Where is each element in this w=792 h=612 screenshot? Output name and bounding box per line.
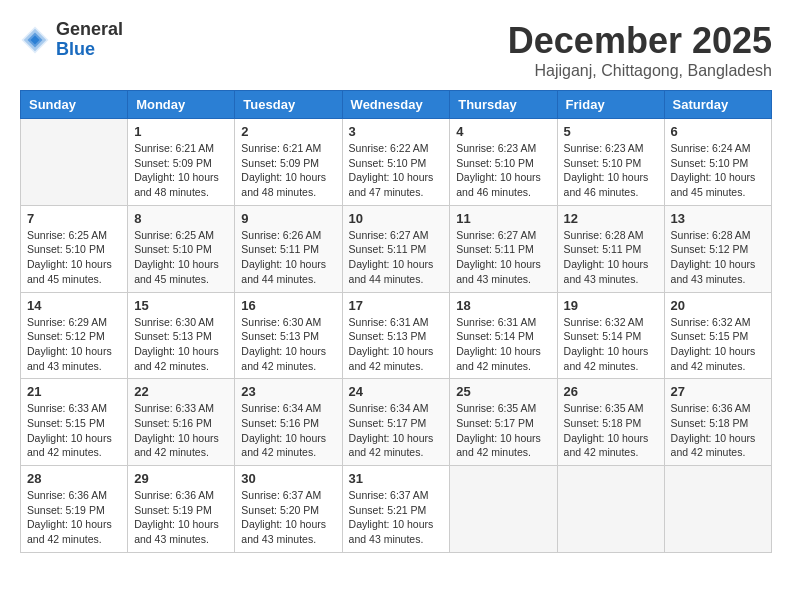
day-number: 12 <box>564 211 658 226</box>
day-number: 26 <box>564 384 658 399</box>
title-section: December 2025 Hajiganj, Chittagong, Bang… <box>508 20 772 80</box>
day-info: Sunrise: 6:21 AM Sunset: 5:09 PM Dayligh… <box>134 141 228 200</box>
calendar-cell: 25Sunrise: 6:35 AM Sunset: 5:17 PM Dayli… <box>450 379 557 466</box>
day-number: 13 <box>671 211 765 226</box>
day-number: 3 <box>349 124 444 139</box>
day-info: Sunrise: 6:27 AM Sunset: 5:11 PM Dayligh… <box>456 228 550 287</box>
day-info: Sunrise: 6:32 AM Sunset: 5:14 PM Dayligh… <box>564 315 658 374</box>
day-number: 4 <box>456 124 550 139</box>
day-number: 9 <box>241 211 335 226</box>
day-number: 8 <box>134 211 228 226</box>
calendar-cell: 21Sunrise: 6:33 AM Sunset: 5:15 PM Dayli… <box>21 379 128 466</box>
calendar-header-saturday: Saturday <box>664 91 771 119</box>
calendar-cell: 5Sunrise: 6:23 AM Sunset: 5:10 PM Daylig… <box>557 119 664 206</box>
day-info: Sunrise: 6:23 AM Sunset: 5:10 PM Dayligh… <box>564 141 658 200</box>
calendar-cell: 13Sunrise: 6:28 AM Sunset: 5:12 PM Dayli… <box>664 205 771 292</box>
calendar-week-row: 14Sunrise: 6:29 AM Sunset: 5:12 PM Dayli… <box>21 292 772 379</box>
day-info: Sunrise: 6:37 AM Sunset: 5:20 PM Dayligh… <box>241 488 335 547</box>
day-number: 10 <box>349 211 444 226</box>
day-info: Sunrise: 6:21 AM Sunset: 5:09 PM Dayligh… <box>241 141 335 200</box>
calendar-cell: 29Sunrise: 6:36 AM Sunset: 5:19 PM Dayli… <box>128 466 235 553</box>
day-info: Sunrise: 6:34 AM Sunset: 5:17 PM Dayligh… <box>349 401 444 460</box>
calendar-cell: 12Sunrise: 6:28 AM Sunset: 5:11 PM Dayli… <box>557 205 664 292</box>
day-info: Sunrise: 6:31 AM Sunset: 5:14 PM Dayligh… <box>456 315 550 374</box>
calendar-cell: 6Sunrise: 6:24 AM Sunset: 5:10 PM Daylig… <box>664 119 771 206</box>
day-info: Sunrise: 6:30 AM Sunset: 5:13 PM Dayligh… <box>241 315 335 374</box>
day-number: 25 <box>456 384 550 399</box>
day-number: 23 <box>241 384 335 399</box>
logo-icon <box>20 25 50 55</box>
day-info: Sunrise: 6:33 AM Sunset: 5:15 PM Dayligh… <box>27 401 121 460</box>
calendar-cell: 18Sunrise: 6:31 AM Sunset: 5:14 PM Dayli… <box>450 292 557 379</box>
day-number: 14 <box>27 298 121 313</box>
day-info: Sunrise: 6:37 AM Sunset: 5:21 PM Dayligh… <box>349 488 444 547</box>
day-info: Sunrise: 6:26 AM Sunset: 5:11 PM Dayligh… <box>241 228 335 287</box>
day-number: 5 <box>564 124 658 139</box>
day-number: 27 <box>671 384 765 399</box>
calendar-cell: 1Sunrise: 6:21 AM Sunset: 5:09 PM Daylig… <box>128 119 235 206</box>
calendar-header-sunday: Sunday <box>21 91 128 119</box>
day-number: 19 <box>564 298 658 313</box>
calendar-cell: 15Sunrise: 6:30 AM Sunset: 5:13 PM Dayli… <box>128 292 235 379</box>
day-number: 22 <box>134 384 228 399</box>
calendar-cell: 26Sunrise: 6:35 AM Sunset: 5:18 PM Dayli… <box>557 379 664 466</box>
calendar-cell <box>21 119 128 206</box>
day-info: Sunrise: 6:34 AM Sunset: 5:16 PM Dayligh… <box>241 401 335 460</box>
calendar-cell: 19Sunrise: 6:32 AM Sunset: 5:14 PM Dayli… <box>557 292 664 379</box>
day-info: Sunrise: 6:27 AM Sunset: 5:11 PM Dayligh… <box>349 228 444 287</box>
day-info: Sunrise: 6:36 AM Sunset: 5:19 PM Dayligh… <box>134 488 228 547</box>
day-number: 7 <box>27 211 121 226</box>
day-number: 24 <box>349 384 444 399</box>
calendar-cell: 24Sunrise: 6:34 AM Sunset: 5:17 PM Dayli… <box>342 379 450 466</box>
calendar-cell: 27Sunrise: 6:36 AM Sunset: 5:18 PM Dayli… <box>664 379 771 466</box>
calendar-cell: 4Sunrise: 6:23 AM Sunset: 5:10 PM Daylig… <box>450 119 557 206</box>
day-info: Sunrise: 6:35 AM Sunset: 5:17 PM Dayligh… <box>456 401 550 460</box>
calendar-cell: 10Sunrise: 6:27 AM Sunset: 5:11 PM Dayli… <box>342 205 450 292</box>
day-number: 16 <box>241 298 335 313</box>
calendar-cell: 11Sunrise: 6:27 AM Sunset: 5:11 PM Dayli… <box>450 205 557 292</box>
day-number: 17 <box>349 298 444 313</box>
calendar-week-row: 7Sunrise: 6:25 AM Sunset: 5:10 PM Daylig… <box>21 205 772 292</box>
day-info: Sunrise: 6:25 AM Sunset: 5:10 PM Dayligh… <box>134 228 228 287</box>
calendar-cell: 7Sunrise: 6:25 AM Sunset: 5:10 PM Daylig… <box>21 205 128 292</box>
calendar-week-row: 28Sunrise: 6:36 AM Sunset: 5:19 PM Dayli… <box>21 466 772 553</box>
calendar-cell: 17Sunrise: 6:31 AM Sunset: 5:13 PM Dayli… <box>342 292 450 379</box>
calendar-cell: 3Sunrise: 6:22 AM Sunset: 5:10 PM Daylig… <box>342 119 450 206</box>
calendar-week-row: 21Sunrise: 6:33 AM Sunset: 5:15 PM Dayli… <box>21 379 772 466</box>
calendar-header-tuesday: Tuesday <box>235 91 342 119</box>
calendar-header-thursday: Thursday <box>450 91 557 119</box>
day-info: Sunrise: 6:22 AM Sunset: 5:10 PM Dayligh… <box>349 141 444 200</box>
day-number: 30 <box>241 471 335 486</box>
calendar-cell <box>557 466 664 553</box>
day-info: Sunrise: 6:28 AM Sunset: 5:12 PM Dayligh… <box>671 228 765 287</box>
day-number: 6 <box>671 124 765 139</box>
logo-blue: Blue <box>56 39 95 59</box>
logo-general: General <box>56 19 123 39</box>
calendar: SundayMondayTuesdayWednesdayThursdayFrid… <box>20 90 772 553</box>
day-number: 31 <box>349 471 444 486</box>
calendar-cell: 23Sunrise: 6:34 AM Sunset: 5:16 PM Dayli… <box>235 379 342 466</box>
day-number: 15 <box>134 298 228 313</box>
day-number: 2 <box>241 124 335 139</box>
day-info: Sunrise: 6:33 AM Sunset: 5:16 PM Dayligh… <box>134 401 228 460</box>
calendar-cell: 30Sunrise: 6:37 AM Sunset: 5:20 PM Dayli… <box>235 466 342 553</box>
day-number: 18 <box>456 298 550 313</box>
calendar-cell: 9Sunrise: 6:26 AM Sunset: 5:11 PM Daylig… <box>235 205 342 292</box>
logo: General Blue <box>20 20 123 60</box>
day-number: 20 <box>671 298 765 313</box>
calendar-week-row: 1Sunrise: 6:21 AM Sunset: 5:09 PM Daylig… <box>21 119 772 206</box>
calendar-cell: 31Sunrise: 6:37 AM Sunset: 5:21 PM Dayli… <box>342 466 450 553</box>
calendar-header-row: SundayMondayTuesdayWednesdayThursdayFrid… <box>21 91 772 119</box>
calendar-cell <box>450 466 557 553</box>
day-info: Sunrise: 6:36 AM Sunset: 5:19 PM Dayligh… <box>27 488 121 547</box>
calendar-header-wednesday: Wednesday <box>342 91 450 119</box>
calendar-header-monday: Monday <box>128 91 235 119</box>
day-info: Sunrise: 6:25 AM Sunset: 5:10 PM Dayligh… <box>27 228 121 287</box>
day-number: 29 <box>134 471 228 486</box>
day-info: Sunrise: 6:31 AM Sunset: 5:13 PM Dayligh… <box>349 315 444 374</box>
day-number: 1 <box>134 124 228 139</box>
month-title: December 2025 <box>508 20 772 62</box>
day-info: Sunrise: 6:32 AM Sunset: 5:15 PM Dayligh… <box>671 315 765 374</box>
calendar-cell: 22Sunrise: 6:33 AM Sunset: 5:16 PM Dayli… <box>128 379 235 466</box>
calendar-cell: 14Sunrise: 6:29 AM Sunset: 5:12 PM Dayli… <box>21 292 128 379</box>
